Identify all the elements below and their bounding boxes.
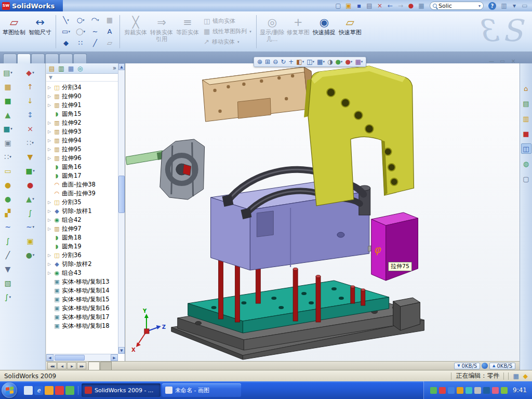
left-tool-icon-1[interactable]: ▤ bbox=[0, 65, 16, 79]
start-button[interactable] bbox=[2, 382, 17, 398]
scrollbar-thumb[interactable] bbox=[55, 355, 85, 361]
linear-sketch-pattern-button[interactable]: ▦线性草图阵列 bbox=[204, 27, 251, 36]
feature-tree-item[interactable]: ▷ ▣ 实体-移动/复制17 bbox=[48, 313, 118, 322]
save-icon[interactable]: ▪ bbox=[354, 1, 364, 10]
smart-dimension-button[interactable]: ↔智能尺寸 bbox=[27, 14, 53, 50]
left-tool-icon-6[interactable]: ▣ bbox=[0, 136, 16, 150]
left-tool-icon-8[interactable]: ▭ bbox=[0, 164, 16, 178]
feature-tree-item[interactable]: ▷ ▥ 拉伸95 bbox=[48, 145, 118, 154]
media-player-icon[interactable] bbox=[45, 386, 54, 395]
side-tool-icon-12[interactable]: ~ bbox=[16, 220, 45, 234]
left-tool-icon-12[interactable]: ~ bbox=[0, 220, 16, 234]
display-delete-relations-button[interactable]: ◎显示/删除几... bbox=[259, 14, 285, 50]
pan-icon[interactable]: + bbox=[287, 58, 295, 65]
propertymanager-tab-icon[interactable]: ▥ bbox=[58, 65, 64, 72]
feature-tree-item[interactable]: ▷ ◠ 曲面-拉伸39 bbox=[48, 189, 118, 198]
solidworks-launcher-icon[interactable] bbox=[55, 386, 64, 395]
scroll-up-icon[interactable]: ▲ bbox=[118, 63, 125, 70]
section-view-icon[interactable]: ◧ bbox=[295, 58, 305, 65]
tray-icon-3[interactable] bbox=[448, 387, 455, 394]
minimize-icon[interactable]: — bbox=[487, 57, 496, 64]
expand-icon[interactable]: ▷ bbox=[48, 129, 52, 134]
tray-icon-5[interactable] bbox=[466, 387, 472, 394]
left-tool-icon-2[interactable]: ▦ bbox=[0, 79, 16, 94]
side-tool-icon-13[interactable]: ▣ bbox=[16, 234, 45, 248]
side-tool-icon-14[interactable]: ● bbox=[16, 248, 45, 262]
feature-tree-item[interactable]: ▷ ◗ 圆角19 bbox=[48, 242, 118, 251]
new-document-icon[interactable]: ▢ bbox=[333, 1, 343, 10]
custom-properties-icon[interactable]: ▢ bbox=[521, 174, 531, 184]
design-library-icon[interactable]: ▤ bbox=[521, 98, 531, 109]
scroll-next-icon[interactable]: ▶ bbox=[67, 362, 76, 369]
search-dropdown-icon[interactable]: ▾ bbox=[478, 4, 481, 8]
file-explorer-icon[interactable]: ▥ bbox=[521, 113, 531, 124]
rectangle-tool-icon[interactable]: ▭ bbox=[59, 26, 73, 37]
feature-tree-item[interactable]: ▷ ▥ 拉伸91 bbox=[48, 101, 118, 110]
feature-tree-item[interactable]: ▷ ◗ 圆角15 bbox=[48, 110, 118, 118]
search-results-icon[interactable]: ■ bbox=[521, 128, 531, 139]
left-tool-icon-4[interactable]: ▲ bbox=[0, 108, 16, 122]
undo-icon[interactable]: ← bbox=[385, 1, 395, 10]
ellipse-tool-icon[interactable]: ◯ bbox=[73, 26, 88, 37]
zoom-out-icon[interactable]: ⊖ bbox=[272, 58, 279, 65]
tab-features[interactable] bbox=[3, 54, 17, 63]
zoom-fit-icon[interactable]: ⊕ bbox=[256, 58, 263, 65]
view-palette-icon[interactable]: ◫ bbox=[521, 143, 531, 154]
scroll-down-icon[interactable]: ▼ bbox=[118, 347, 125, 354]
window-button-solidworks[interactable]: SolidWorks 2009 - ... bbox=[82, 383, 161, 397]
redo-icon[interactable]: → bbox=[395, 1, 406, 10]
feature-tree-item[interactable]: ▷ ▥ 拉伸94 bbox=[48, 136, 118, 145]
expand-icon[interactable]: ▷ bbox=[48, 103, 52, 108]
mirror-entities-button[interactable]: ◫镜向实体 bbox=[204, 17, 251, 25]
expand-icon[interactable]: ▷ bbox=[48, 218, 52, 222]
side-tool-icon-4[interactable]: ↕ bbox=[16, 108, 45, 122]
configurationmanager-tab-icon[interactable]: ▦ bbox=[68, 65, 74, 72]
menu-edit[interactable] bbox=[75, 5, 84, 7]
side-tool-icon-8[interactable]: ■ bbox=[16, 164, 45, 178]
feature-tree-item[interactable]: ▷ ▥ 拉伸93 bbox=[48, 127, 118, 136]
side-tool-icon-5[interactable]: × bbox=[16, 122, 45, 136]
tray-icon-9[interactable] bbox=[501, 387, 508, 394]
side-tool-icon-7[interactable]: ▼ bbox=[16, 150, 45, 164]
appearance-icon[interactable]: ● bbox=[334, 58, 343, 65]
feature-tree-item[interactable]: ▷ ▣ 实体-移动/复制14 bbox=[48, 286, 118, 295]
left-tool-icon-15[interactable]: ▼ bbox=[0, 262, 16, 276]
search-input[interactable]: Solic bbox=[438, 3, 477, 9]
feature-tree-item[interactable]: ▷ ◉ 组合42 bbox=[48, 216, 118, 224]
tab-motion-study[interactable] bbox=[100, 362, 112, 370]
centerline-tool-icon[interactable]: ╱ bbox=[88, 37, 102, 49]
feature-tree-item[interactable]: ▷ ◆ 切除-放样2 bbox=[48, 260, 118, 269]
delete-icon[interactable]: × bbox=[375, 1, 385, 10]
circle-tool-icon[interactable]: ○ bbox=[73, 15, 88, 26]
left-tool-icon-5[interactable]: ■ bbox=[0, 122, 16, 136]
side-tool-icon-10[interactable]: ▲ bbox=[16, 192, 45, 206]
grid-icon[interactable]: ▦ bbox=[354, 58, 364, 65]
feature-tree-item[interactable]: ▷ ◗ 圆角16 bbox=[48, 163, 118, 171]
side-tool-icon-9[interactable]: ● bbox=[16, 178, 45, 192]
expand-icon[interactable]: ▷ bbox=[48, 209, 52, 214]
expand-icon[interactable]: ▷ bbox=[48, 253, 52, 258]
left-tool-icon-13[interactable]: ∫ bbox=[0, 234, 16, 248]
rapid-sketch-button[interactable]: ▱快速草图 bbox=[337, 14, 363, 50]
tab-surfaces[interactable] bbox=[31, 54, 45, 63]
menu-tools[interactable] bbox=[100, 5, 109, 7]
view-orientation-icon[interactable]: ◫ bbox=[305, 58, 315, 65]
zoom-area-icon[interactable]: ⊞ bbox=[264, 58, 271, 65]
point-tool-icon[interactable]: ∷ bbox=[73, 37, 88, 49]
tray-icon-4[interactable] bbox=[457, 387, 463, 394]
featuremanager-tab-icon[interactable]: ▤ bbox=[49, 65, 55, 72]
side-tool-icon-3[interactable]: ↓ bbox=[16, 94, 45, 108]
window-button-paint[interactable]: 未命名 - 画图 bbox=[162, 383, 241, 397]
feature-tree-item[interactable]: ▷ ▣ 实体-移动/复制18 bbox=[48, 322, 118, 330]
feature-tree-item[interactable]: ▷ ▥ 拉伸97 bbox=[48, 224, 118, 233]
menu-window[interactable] bbox=[109, 5, 117, 7]
tray-icon-7[interactable] bbox=[483, 387, 490, 394]
netspeed-icon[interactable] bbox=[482, 363, 488, 369]
move-entities-button[interactable]: ↗移动实体 bbox=[204, 37, 251, 46]
pattern-tool-icon[interactable]: ▦ bbox=[102, 15, 117, 26]
tab-sketch[interactable] bbox=[17, 54, 31, 63]
scroll-last-icon[interactable]: ▶▶ bbox=[77, 362, 86, 369]
help-button[interactable]: ? bbox=[488, 2, 496, 10]
menu-insert[interactable] bbox=[92, 5, 100, 7]
scroll-prev-icon[interactable]: ◀ bbox=[57, 362, 66, 369]
